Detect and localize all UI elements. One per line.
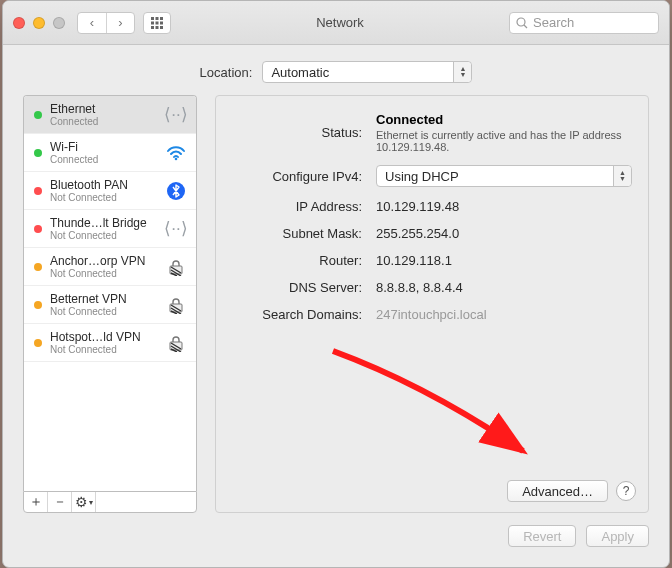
location-select[interactable]: Automatic ▲▼ [262, 61, 472, 83]
status-dot-icon [34, 187, 42, 195]
sidebar-footer: ＋ － ⚙▾ [23, 491, 197, 513]
titlebar: ‹ › Network Search [3, 1, 669, 45]
minimize-window-button[interactable] [33, 17, 45, 29]
svg-line-10 [524, 25, 527, 28]
interface-status: Not Connected [50, 306, 156, 317]
configure-ipv4-value: Using DHCP [385, 169, 459, 184]
router-label: Router: [232, 253, 362, 268]
interfaces-list: Ethernet Connected ⟨··⟩ Wi-Fi Connected [23, 95, 197, 491]
status-dot-icon [34, 225, 42, 233]
grid-icon [150, 16, 164, 30]
status-dot-icon [34, 111, 42, 119]
nav-back-forward: ‹ › [77, 12, 135, 34]
svg-point-11 [175, 157, 178, 160]
nav-back-button[interactable]: ‹ [78, 13, 106, 33]
show-all-prefs-button[interactable] [143, 12, 171, 34]
interface-name: Hotspot…ld VPN [50, 330, 156, 344]
interface-item-hotspot-vpn[interactable]: Hotspot…ld VPN Not Connected [24, 324, 196, 362]
interfaces-sidebar: Ethernet Connected ⟨··⟩ Wi-Fi Connected [23, 95, 197, 513]
subnet-mask-label: Subnet Mask: [232, 226, 362, 241]
svg-rect-8 [160, 26, 163, 29]
interface-status: Not Connected [50, 268, 156, 279]
bottom-buttons: Revert Apply [3, 513, 669, 547]
status-dot-icon [34, 149, 42, 157]
lock-icon [164, 296, 188, 314]
interface-name: Anchor…orp VPN [50, 254, 156, 268]
configure-ipv4-label: Configure IPv4: [232, 169, 362, 184]
ethernet-icon: ⟨··⟩ [164, 218, 188, 239]
interface-name: Thunde…lt Bridge [50, 216, 156, 230]
location-value: Automatic [271, 65, 329, 80]
interface-status: Not Connected [50, 192, 156, 203]
window-controls [13, 17, 65, 29]
interface-name: Wi-Fi [50, 140, 156, 154]
chevron-up-down-icon: ▲▼ [453, 62, 471, 82]
search-placeholder: Search [533, 15, 574, 30]
ethernet-icon: ⟨··⟩ [164, 104, 188, 125]
search-domains-label: Search Domains: [232, 307, 362, 322]
interface-item-wifi[interactable]: Wi-Fi Connected [24, 134, 196, 172]
router-value: 10.129.118.1 [376, 253, 632, 268]
nav-forward-button[interactable]: › [106, 13, 134, 33]
chevron-up-down-icon: ▲▼ [613, 166, 631, 186]
subnet-mask-value: 255.255.254.0 [376, 226, 632, 241]
interface-item-bluetooth-pan[interactable]: Bluetooth PAN Not Connected [24, 172, 196, 210]
interface-status: Not Connected [50, 344, 156, 355]
revert-button[interactable]: Revert [508, 525, 576, 547]
status-dot-icon [34, 301, 42, 309]
apply-button[interactable]: Apply [586, 525, 649, 547]
status-dot-icon [34, 263, 42, 271]
bluetooth-icon [164, 182, 188, 200]
status-label: Status: [232, 125, 362, 140]
status-description: Ethernet is currently active and has the… [376, 129, 632, 153]
help-button[interactable]: ? [616, 481, 636, 501]
interface-name: Ethernet [50, 102, 156, 116]
interface-status: Not Connected [50, 230, 156, 241]
svg-rect-6 [151, 26, 154, 29]
search-domains-value: 247intouchpci.local [376, 307, 632, 322]
interface-status: Connected [50, 154, 156, 165]
status-value: Connected [376, 112, 443, 127]
interface-name: Betternet VPN [50, 292, 156, 306]
configure-ipv4-select[interactable]: Using DHCP ▲▼ [376, 165, 632, 187]
svg-rect-0 [151, 17, 154, 20]
close-window-button[interactable] [13, 17, 25, 29]
dns-server-label: DNS Server: [232, 280, 362, 295]
add-interface-button[interactable]: ＋ [24, 492, 48, 512]
interface-status: Connected [50, 116, 156, 127]
gear-icon: ⚙ [75, 494, 88, 510]
network-prefs-window: ‹ › Network Search Location: Automatic ▲… [2, 0, 670, 568]
svg-rect-4 [156, 21, 159, 24]
window-title: Network [171, 15, 509, 30]
location-row: Location: Automatic ▲▼ [3, 45, 669, 95]
remove-interface-button[interactable]: － [48, 492, 72, 512]
sidebar-footer-spacer [96, 492, 196, 512]
search-input[interactable]: Search [509, 12, 659, 34]
svg-rect-2 [160, 17, 163, 20]
interface-item-ethernet[interactable]: Ethernet Connected ⟨··⟩ [24, 96, 196, 134]
detail-panel: Status: Connected Ethernet is currently … [215, 95, 649, 513]
location-label: Location: [200, 65, 253, 80]
lock-icon [164, 334, 188, 352]
svg-rect-7 [156, 26, 159, 29]
interface-item-betternet-vpn[interactable]: Betternet VPN Not Connected [24, 286, 196, 324]
interface-name: Bluetooth PAN [50, 178, 156, 192]
svg-rect-3 [151, 21, 154, 24]
svg-rect-5 [160, 21, 163, 24]
svg-rect-1 [156, 17, 159, 20]
dns-server-value: 8.8.8.8, 8.8.4.4 [376, 280, 632, 295]
interface-actions-menu[interactable]: ⚙▾ [72, 492, 96, 512]
svg-point-9 [517, 18, 525, 26]
interface-item-thunderbolt-bridge[interactable]: Thunde…lt Bridge Not Connected ⟨··⟩ [24, 210, 196, 248]
advanced-button[interactable]: Advanced… [507, 480, 608, 502]
lock-icon [164, 258, 188, 276]
chevron-down-icon: ▾ [89, 498, 93, 507]
search-icon [516, 17, 528, 29]
ip-address-value: 10.129.119.48 [376, 199, 632, 214]
status-dot-icon [34, 339, 42, 347]
zoom-window-button[interactable] [53, 17, 65, 29]
wifi-icon [164, 145, 188, 161]
ip-address-label: IP Address: [232, 199, 362, 214]
interface-item-anchor-vpn[interactable]: Anchor…orp VPN Not Connected [24, 248, 196, 286]
main-area: Ethernet Connected ⟨··⟩ Wi-Fi Connected [3, 95, 669, 513]
